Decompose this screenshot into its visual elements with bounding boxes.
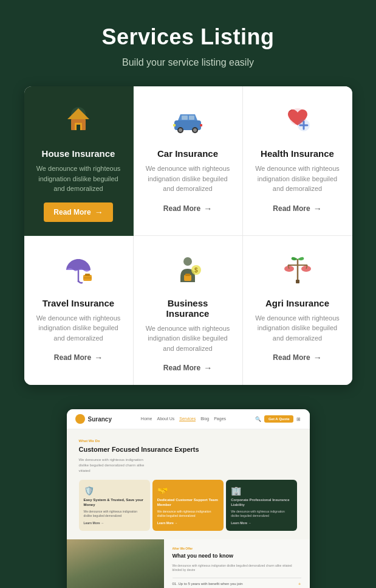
preview-hero-desc: We denounce with righteous indignation d…	[79, 457, 152, 474]
preview-need-to-know: After We Offer What you need to know We …	[164, 539, 310, 588]
preview-hero-text: What We Do Customer Focused Insurance Ex…	[79, 439, 298, 474]
service-desc-business: We denounce with righteous indignation d…	[146, 323, 230, 354]
service-desc-travel: We denounce with righteous indignation d…	[36, 313, 121, 344]
service-name-agri: Agri Insurance	[255, 298, 340, 308]
service-item-health[interactable]: Health Insurance We denounce with righte…	[243, 86, 352, 236]
feature-title-3: Corporate Professional Insurance Liabili…	[231, 498, 292, 508]
service-name-health: Health Insurance	[255, 148, 340, 159]
car-icon	[169, 103, 206, 140]
feature-icon-3: 🏢	[231, 486, 292, 496]
logo-icon	[75, 414, 85, 424]
service-name-business: Business Insurance	[146, 298, 230, 319]
preview-nav-links: Home About Us Services Blog Pages	[141, 417, 226, 421]
read-more-agri-link[interactable]: Read More →	[273, 353, 321, 362]
need-desc: We denounce with righteous indignation d…	[173, 564, 301, 573]
feature-learn-more-2: Learn More →	[157, 521, 219, 525]
service-name-house: House Insurance	[36, 148, 121, 159]
preview-navbar: Surancy Home About Us Services Blog Page…	[67, 409, 310, 429]
preview-bottom: 👨‍👩‍👧 After We Offer What you need to kn…	[67, 539, 310, 588]
feature-icon-2: 🤝	[157, 486, 219, 496]
service-name-travel: Travel Insurance	[36, 298, 121, 308]
service-item-travel[interactable]: Travel Insurance We denounce with righte…	[24, 236, 134, 386]
preview-card: Surancy Home About Us Services Blog Page…	[67, 409, 310, 588]
preview-feature-cards: 🛡️ Easy System & Trusted, Save your Mone…	[67, 480, 310, 539]
nav-services: Services	[179, 417, 196, 421]
preview-cta-btn: Get A Quote	[264, 415, 294, 423]
feature-learn-more-1: Learn More →	[84, 521, 145, 525]
feature-title-1: Easy System & Trusted, Save your Money	[84, 498, 145, 508]
service-item-car[interactable]: Car Insurance We denounce with righteous…	[134, 86, 243, 236]
feature-desc-1: We denounce with righteous indignation d…	[84, 510, 145, 518]
svg-point-12	[193, 128, 197, 132]
preview-feature-card-3: 🏢 Corporate Professional Insurance Liabi…	[226, 480, 297, 531]
service-desc-agri: We denounce with righteous indignation d…	[255, 313, 340, 344]
services-grid-card: House Insurance We denounce with righteo…	[24, 86, 352, 385]
page-title: Services Listing	[101, 24, 274, 50]
travel-icon	[60, 253, 97, 289]
svg-rect-4	[77, 125, 80, 130]
svg-rect-23	[185, 274, 190, 276]
service-desc-car: We denounce with righteous indignation d…	[146, 164, 230, 194]
accordion-icon-1: +	[298, 581, 301, 587]
nav-pages: Pages	[214, 417, 226, 421]
accordion-label-1: 01. Up to 5 years with benefit when you …	[173, 582, 243, 586]
preview-nav-actions: 🔍 Get A Quote ⊞	[255, 415, 301, 423]
house-icon	[60, 103, 97, 140]
feature-learn-more-3: Learn More →	[231, 521, 292, 525]
service-desc-health: We denounce with righteous indignation d…	[255, 164, 340, 194]
svg-point-10	[179, 128, 182, 132]
need-eyebrow: After We Offer	[173, 547, 301, 550]
service-name-car: Car Insurance	[146, 148, 230, 159]
svg-rect-8	[189, 116, 194, 120]
preview-logo: Surancy	[75, 414, 112, 424]
svg-rect-7	[182, 116, 188, 120]
preview-search-icon: 🔍	[255, 417, 261, 422]
nav-blog: Blog	[200, 417, 209, 421]
read-more-car-link[interactable]: Read More →	[163, 204, 212, 213]
read-more-travel-link[interactable]: Read More →	[54, 353, 103, 362]
read-more-business-link[interactable]: Read More →	[163, 363, 212, 373]
nav-about: About Us	[157, 417, 175, 421]
business-icon: $	[169, 253, 206, 289]
read-more-house-button[interactable]: Read More →	[44, 202, 112, 222]
svg-rect-14	[200, 124, 202, 126]
preview-eyebrow: What We Do	[79, 439, 298, 443]
feature-icon-1: 🛡️	[84, 486, 145, 496]
services-grid: House Insurance We denounce with righteo…	[24, 86, 352, 385]
agri-icon	[279, 253, 316, 289]
read-more-health-link[interactable]: Read More →	[273, 204, 321, 213]
svg-rect-32	[296, 280, 299, 283]
service-desc-house: We denounce with righteous indignation d…	[36, 164, 121, 194]
feature-title-2: Dedicated Customer Support Team Member	[157, 498, 219, 508]
preview-hero: What We Do Customer Focused Insurance Ex…	[67, 429, 310, 480]
svg-text:$: $	[194, 267, 198, 274]
service-item-agri[interactable]: Agri Insurance We denounce with righteou…	[243, 236, 352, 386]
preview-feature-card-2: 🤝 Dedicated Customer Support Team Member…	[152, 480, 224, 531]
preview-feature-card-1: 🛡️ Easy System & Trusted, Save your Mone…	[79, 480, 150, 531]
service-item-business[interactable]: $ Business Insurance We denounce with ri…	[134, 236, 243, 386]
feature-desc-3: We denounce with righteous indignation d…	[231, 510, 292, 518]
preview-family-image: 👨‍👩‍👧	[67, 539, 164, 588]
service-item-house[interactable]: House Insurance We denounce with righteo…	[24, 86, 134, 236]
page-header: Services Listing Build your service list…	[101, 24, 274, 68]
svg-marker-1	[67, 108, 89, 119]
need-title: What you need to know	[173, 553, 301, 560]
svg-point-21	[183, 257, 192, 266]
health-icon	[279, 103, 316, 140]
preview-brand: Surancy	[88, 416, 112, 423]
svg-rect-19	[85, 274, 90, 276]
feature-desc-2: We denounce with righteous indignation d…	[157, 510, 219, 518]
svg-rect-13	[173, 124, 176, 126]
preview-hero-title: Customer Focused Insurance Experts	[79, 445, 298, 454]
accordion-item-1: 01. Up to 5 years with benefit when you …	[173, 578, 301, 588]
nav-home: Home	[141, 417, 152, 421]
preview-grid-icon: ⊞	[296, 417, 301, 422]
page-subtitle: Build your service listing easily	[101, 57, 274, 68]
